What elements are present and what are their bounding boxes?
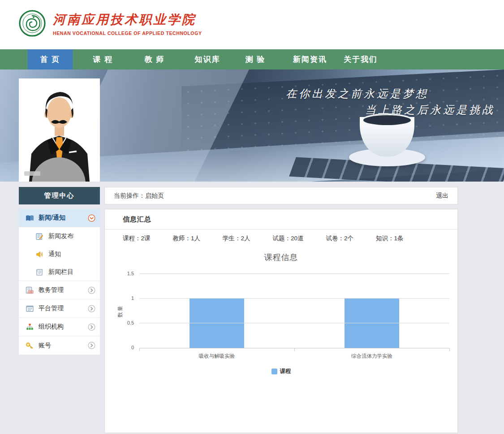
college-seal-icon	[19, 10, 46, 37]
main-panel: 信息汇总 课程：2课 教师：1人 学生：2人 试题：20道 试卷：2个 知识：1…	[104, 209, 458, 433]
page: 河南应用技术职业学院 HENAN VOCATIONAL COLLEGE OF A…	[0, 0, 504, 434]
nav-item-home[interactable]: 首 页	[28, 49, 73, 69]
x-category-label: 综合流体力学实验	[294, 353, 449, 360]
bar-2[interactable]	[345, 299, 399, 348]
sidebar-item-account[interactable]: 账号	[19, 336, 100, 355]
key-icon	[25, 342, 34, 349]
gridline: 0	[139, 347, 449, 348]
banner-slogan: 在你出发之前永远是梦想 当上路之后永远是挑战	[286, 86, 495, 118]
stat-students: 学生：2人	[223, 234, 250, 243]
sidebar-item-label: 组织机构	[39, 323, 64, 331]
stat-questions: 试题：20道	[273, 234, 304, 243]
gridline: 1.5	[139, 273, 449, 274]
y-tick-label: 1	[131, 295, 134, 301]
college-name-en: HENAN VOCATIONAL COLLEGE OF APPLIED TECH…	[53, 30, 202, 36]
nav-item-tests[interactable]: 测 验	[246, 49, 266, 69]
sidebar-menu: 新闻/通知 新闻发布 通知 新	[19, 209, 100, 355]
avatar	[19, 78, 100, 182]
avatar-watermark	[24, 171, 40, 176]
book-icon	[25, 215, 34, 221]
sidebar-item-news-publish[interactable]: 新闻发布	[19, 227, 100, 245]
slogan-line-1: 在你出发之前永远是梦想	[286, 86, 495, 102]
chevron-right-circle-icon	[88, 342, 95, 349]
org-tree-icon	[25, 323, 34, 330]
chart-y-axis-label: 数量	[116, 305, 124, 317]
stat-teachers: 教师：1人	[173, 234, 201, 243]
current-operation-label: 当前操作：启始页	[114, 192, 164, 200]
sidebar-item-platform-admin[interactable]: 平台管理	[19, 299, 100, 318]
gridline: 0.5	[139, 323, 449, 323]
summary-title: 信息汇总	[123, 215, 151, 224]
y-tick-label: 1.5	[127, 271, 134, 276]
nav-item-about-us[interactable]: 关于我们	[344, 49, 378, 69]
main-nav: 首 页 课 程 教 师 知识库 测 验 新闻资讯 关于我们	[0, 49, 504, 69]
sidebar-item-label: 新闻发布	[48, 232, 73, 240]
college-name: 河南应用技术职业学院 HENAN VOCATIONAL COLLEGE OF A…	[53, 11, 202, 36]
chart-xlabels: 吸收与解吸实验综合流体力学实验	[139, 353, 449, 360]
stat-papers: 试卷：2个	[326, 234, 354, 243]
speaker-icon	[34, 251, 44, 258]
chevron-right-circle-icon	[88, 305, 95, 312]
summary-stats: 课程：2课 教师：1人 学生：2人 试题：20道 试卷：2个 知识：1条	[123, 234, 404, 243]
divider	[105, 229, 457, 230]
nav-item-news[interactable]: 新闻资讯	[293, 49, 327, 69]
gridline: 1	[139, 298, 449, 299]
news-column-icon	[34, 269, 44, 276]
slogan-line-2: 当上路之后永远是挑战	[286, 102, 495, 118]
sidebar-item-label: 新闻栏目	[48, 268, 73, 276]
chevron-right-circle-icon	[88, 323, 95, 331]
operation-bar: 当前操作：启始页 退出	[104, 187, 458, 204]
sidebar-item-organization[interactable]: 组织机构	[19, 318, 100, 336]
nav-item-courses[interactable]: 课 程	[93, 49, 113, 69]
logout-button[interactable]: 退出	[436, 192, 448, 200]
stat-knowledge: 知识：1条	[376, 234, 404, 243]
chevron-down-circle-icon[interactable]	[88, 214, 95, 222]
teaching-doc-icon: 100	[25, 286, 34, 294]
chevron-right-circle-icon	[88, 286, 95, 294]
x-category-label: 吸收与解吸实验	[139, 353, 294, 360]
sidebar-item-news-column[interactable]: 新闻栏目	[19, 263, 100, 281]
bar-slot	[139, 274, 294, 348]
sidebar-title: 管理中心	[19, 187, 100, 204]
sidebar-item-news-notice[interactable]: 新闻/通知	[19, 209, 100, 227]
sidebar-item-academic-admin[interactable]: 100 教务管理	[19, 281, 100, 299]
chart-legend[interactable]: 课程	[105, 368, 457, 375]
y-tick-label: 0.5	[127, 320, 134, 326]
bar-1[interactable]	[190, 299, 244, 348]
legend-swatch	[271, 369, 277, 374]
svg-text:100: 100	[29, 291, 33, 293]
legend-label: 课程	[280, 368, 291, 375]
chart-title: 课程信息	[105, 252, 457, 263]
nav-item-knowledge-base[interactable]: 知识库	[195, 49, 220, 69]
stat-courses: 课程：2课	[123, 234, 151, 243]
y-tick-label: 0	[131, 345, 134, 350]
avatar-person-icon	[19, 78, 100, 182]
chart-bars	[139, 274, 449, 348]
chart-plot: 00.511.5	[139, 274, 449, 348]
sidebar-item-label: 通知	[48, 250, 61, 258]
nav-item-teachers[interactable]: 教 师	[145, 49, 165, 69]
college-logo: 河南应用技术职业学院 HENAN VOCATIONAL COLLEGE OF A…	[19, 10, 202, 37]
platform-grid-icon	[25, 305, 34, 312]
sidebar-item-label: 教务管理	[39, 286, 64, 294]
college-name-zh: 河南应用技术职业学院	[53, 11, 202, 28]
sidebar-item-label: 账号	[39, 342, 51, 350]
sidebar: 管理中心 新闻/通知 新闻发布 通	[19, 187, 100, 355]
sidebar-item-label: 平台管理	[39, 304, 64, 312]
news-edit-icon	[34, 233, 44, 240]
x-tick	[294, 348, 295, 351]
site-header: 河南应用技术职业学院 HENAN VOCATIONAL COLLEGE OF A…	[0, 0, 504, 49]
sidebar-item-label: 新闻/通知	[39, 214, 65, 222]
x-tick	[449, 348, 450, 351]
sidebar-item-notice[interactable]: 通知	[19, 245, 100, 263]
x-tick	[139, 348, 140, 351]
bar-slot	[294, 274, 449, 348]
